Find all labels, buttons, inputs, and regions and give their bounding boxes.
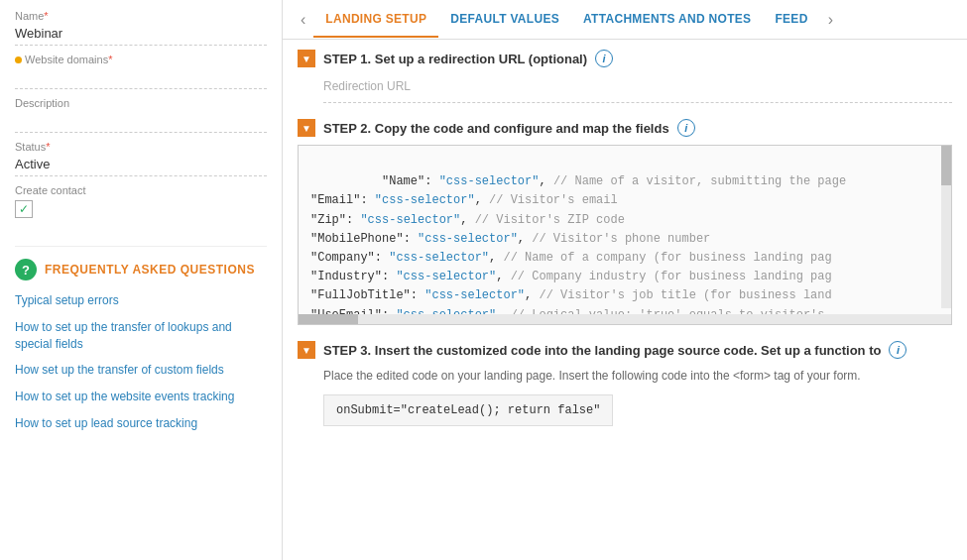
step2-code-container: "Name": "css-selector", // Name of a vis… xyxy=(298,145,952,325)
tab-bar: ‹ LANDING SETUP DEFAULT VALUES ATTACHMEN… xyxy=(283,0,967,40)
faq-header: ? FREQUENTLY ASKED QUESTIONS xyxy=(15,259,267,280)
tab-prev-button[interactable]: ‹ xyxy=(293,11,313,29)
name-label: Name* xyxy=(15,10,267,22)
description-value[interactable] xyxy=(15,111,267,133)
website-value[interactable] xyxy=(15,67,267,89)
step3-info-icon[interactable]: i xyxy=(889,341,907,359)
step1-info-icon[interactable]: i xyxy=(595,50,613,67)
code-scrollbar-thumb-v[interactable] xyxy=(941,146,951,185)
faq-section: ? FREQUENTLY ASKED QUESTIONS Typical set… xyxy=(15,246,267,442)
step3-header: ▼ STEP 3. Insert the customized code int… xyxy=(298,341,952,359)
tab-landing-setup[interactable]: LANDING SETUP xyxy=(313,2,438,38)
faq-title: FREQUENTLY ASKED QUESTIONS xyxy=(45,263,255,277)
faq-link-1[interactable]: How to set up the transfer of lookups an… xyxy=(15,319,267,353)
website-label: Website domains* xyxy=(15,54,267,65)
step3-code-snippet: onSubmit="createLead(); return false" xyxy=(323,394,613,426)
tab-feed[interactable]: FEED xyxy=(763,2,819,38)
faq-link-2[interactable]: How set up the transfer of custom fields xyxy=(15,362,267,379)
create-contact-field-group: Create contact ✓ xyxy=(15,184,267,218)
step2-header: ▼ STEP 2. Copy the code and configure an… xyxy=(298,119,952,137)
redirection-url-input[interactable]: Redirection URL xyxy=(323,75,952,103)
step2-section: ▼ STEP 2. Copy the code and configure an… xyxy=(298,119,952,325)
main-content: ‹ LANDING SETUP DEFAULT VALUES ATTACHMEN… xyxy=(283,0,967,560)
checkmark-icon: ✓ xyxy=(19,202,29,216)
faq-link-0[interactable]: Typical setup errors xyxy=(15,292,267,309)
sidebar: Name* Webinar Website domains* Descripti… xyxy=(0,0,283,560)
create-contact-checkbox[interactable]: ✓ xyxy=(15,200,267,218)
step3-section: ▼ STEP 3. Insert the customized code int… xyxy=(298,341,952,426)
tab-next-button[interactable]: › xyxy=(820,11,841,29)
status-field-group: Status* Active xyxy=(15,141,267,176)
step1-section: ▼ STEP 1. Set up a redirection URL (opti… xyxy=(298,50,952,103)
create-contact-label: Create contact xyxy=(15,184,267,196)
code-scrollbar-horizontal[interactable] xyxy=(299,314,941,324)
checkbox-box[interactable]: ✓ xyxy=(15,200,33,218)
step1-toggle[interactable]: ▼ xyxy=(298,50,315,67)
faq-icon: ? xyxy=(15,259,37,280)
code-scrollbar-corner xyxy=(941,314,951,324)
step3-toggle[interactable]: ▼ xyxy=(298,341,315,359)
name-field-group: Name* Webinar xyxy=(15,10,267,46)
description-label: Description xyxy=(15,97,267,109)
status-label: Status* xyxy=(15,141,267,153)
step3-description: Place the edited code on your landing pa… xyxy=(323,367,952,385)
step2-info-icon[interactable]: i xyxy=(677,119,695,137)
step2-code-block[interactable]: "Name": "css-selector", // Name of a vis… xyxy=(299,146,951,324)
code-scrollbar-vertical[interactable] xyxy=(941,146,951,308)
step2-title: STEP 2. Copy the code and configure and … xyxy=(323,121,669,136)
main-scroll-area[interactable]: ▼ STEP 1. Set up a redirection URL (opti… xyxy=(283,40,967,560)
faq-link-3[interactable]: How to set up the website events trackin… xyxy=(15,389,267,405)
step3-title: STEP 3. Insert the customized code into … xyxy=(323,343,881,358)
tab-attachments-notes[interactable]: ATTACHMENTS AND NOTES xyxy=(571,2,763,38)
step2-toggle[interactable]: ▼ xyxy=(298,119,315,137)
name-value[interactable]: Webinar xyxy=(15,24,267,46)
step1-title: STEP 1. Set up a redirection URL (option… xyxy=(323,52,587,66)
step1-header: ▼ STEP 1. Set up a redirection URL (opti… xyxy=(298,50,952,67)
faq-link-4[interactable]: How to set up lead source tracking xyxy=(15,415,267,432)
tab-default-values[interactable]: DEFAULT VALUES xyxy=(438,2,571,38)
redirection-url-placeholder: Redirection URL xyxy=(323,79,411,93)
code-scrollbar-thumb-h[interactable] xyxy=(299,314,358,324)
status-value[interactable]: Active xyxy=(15,155,267,176)
website-field-group: Website domains* xyxy=(15,54,267,89)
description-field-group: Description xyxy=(15,97,267,133)
